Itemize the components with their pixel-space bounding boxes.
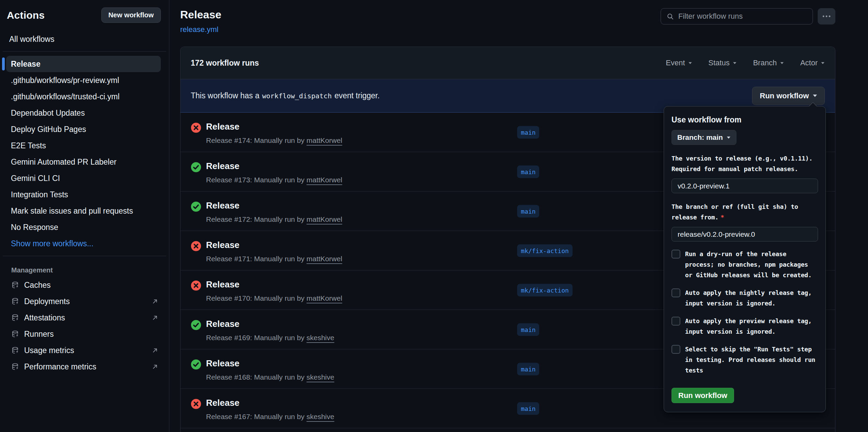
checkbox[interactable] — [671, 250, 680, 259]
divider — [3, 256, 166, 256]
run-actor-link[interactable]: mattKorwel — [307, 294, 342, 302]
checkbox[interactable] — [671, 345, 680, 354]
ref-input[interactable] — [671, 227, 818, 242]
external-link-icon — [151, 363, 159, 370]
management-section-label: Management — [0, 260, 169, 277]
workflow-list: Release .github/workflows/pr-review.yml … — [0, 56, 169, 252]
run-description: Release #169: Manually run byskeshive — [206, 334, 334, 342]
run-info: Release #172: Manually run by — [206, 215, 305, 223]
version-input[interactable] — [671, 179, 818, 193]
branch-badge[interactable]: main — [517, 205, 539, 217]
management-item-label: Runners — [24, 330, 54, 339]
filter-dropdown[interactable]: Status — [709, 59, 737, 67]
workflow-item-label: Gemini CLI CI — [11, 174, 60, 183]
new-workflow-button[interactable]: New workflow — [101, 7, 161, 23]
chevron-down-icon — [733, 62, 736, 64]
sidebar-workflow-item[interactable]: Dependabot Updates — [6, 105, 161, 121]
use-workflow-from-heading: Use workflow from — [671, 115, 818, 124]
checkbox[interactable] — [671, 317, 680, 326]
show-more-workflows-link[interactable]: Show more workflows... — [6, 235, 161, 252]
filter-dropdown[interactable]: Actor — [800, 59, 825, 67]
run-title-link[interactable]: Release — [206, 398, 334, 408]
branch-selector-button[interactable]: Branch: main — [671, 130, 736, 145]
run-actor-link[interactable]: skeshive — [307, 373, 335, 381]
workflow-options-kebab-button[interactable] — [818, 8, 835, 24]
management-item[interactable]: Caches — [0, 277, 169, 293]
run-title-link[interactable]: Release — [206, 161, 342, 171]
filter-dropdown-label: Event — [666, 59, 685, 67]
panel-checkbox-row: Select to skip the "Run Tests" step in t… — [671, 344, 818, 376]
management-item-label: Attestations — [24, 313, 65, 322]
branch-badge[interactable]: main — [517, 126, 539, 138]
filter-dropdown[interactable]: Event — [666, 59, 692, 67]
sidebar-workflow-item[interactable]: No Response — [6, 219, 161, 235]
chevron-down-icon — [780, 62, 784, 64]
run-info: Release #174: Manually run by — [206, 136, 305, 144]
filter-workflow-runs-input[interactable]: Filter workflow runs — [661, 8, 813, 24]
branch-selector-label: Branch: main — [677, 133, 723, 142]
filter-dropdown-label: Actor — [800, 59, 818, 67]
run-actor-link[interactable]: mattKorwel — [307, 255, 342, 263]
run-description: Release #171: Manually run bymattKorwel — [206, 255, 342, 263]
run-description: Release #168: Manually run byskeshive — [206, 373, 334, 381]
external-link-icon — [151, 298, 159, 305]
run-title-link[interactable]: Release — [206, 121, 342, 132]
run-title-link[interactable]: Release — [206, 358, 334, 369]
run-actor-link[interactable]: skeshive — [307, 334, 335, 342]
run-actor-link[interactable]: mattKorwel — [307, 136, 342, 144]
sidebar-workflow-item[interactable]: E2E Tests — [6, 137, 161, 154]
workflow-file-link[interactable]: release.yml — [180, 25, 218, 34]
run-actor-link[interactable]: mattKorwel — [307, 176, 342, 184]
management-item[interactable]: Runners — [0, 326, 169, 342]
chevron-down-icon — [813, 95, 817, 97]
divider — [3, 51, 166, 52]
workflow-item-label: No Response — [11, 223, 58, 232]
sidebar-item-all-workflows[interactable]: All workflows — [0, 31, 169, 47]
panel-checkbox-row: Auto apply the nightly release tag, inpu… — [671, 287, 818, 309]
server-icon — [11, 330, 19, 338]
sidebar-workflow-item[interactable]: Release — [6, 56, 161, 72]
run-description: Release #173: Manually run bymattKorwel — [206, 176, 342, 184]
sidebar-workflow-item[interactable]: .github/workflows/pr-review.yml — [6, 72, 161, 88]
run-info: Release #168: Manually run by — [206, 373, 305, 381]
run-description: Release #174: Manually run bymattKorwel — [206, 136, 342, 145]
chevron-down-icon — [821, 62, 824, 64]
branch-badge[interactable]: mk/fix-action — [517, 244, 573, 257]
checkbox[interactable] — [671, 288, 680, 297]
run-info: Release #171: Manually run by — [206, 255, 305, 263]
sidebar-workflow-item[interactable]: Mark stale issues and pull requests — [6, 203, 161, 219]
main-content: Release release.yml Filter workflow runs… — [169, 0, 868, 432]
run-workflow-submit-button[interactable]: Run workflow — [671, 388, 734, 403]
checkbox-label: Auto apply the preview release tag, inpu… — [685, 316, 818, 337]
run-description: Release #170: Manually run bymattKorwel — [206, 294, 342, 302]
sidebar-workflow-item[interactable]: Integration Tests — [6, 186, 161, 203]
workflow-item-label: Release — [11, 60, 40, 69]
ref-input-label: The branch or ref (full git sha) to rele… — [671, 201, 818, 222]
management-item[interactable]: Usage metrics — [0, 342, 169, 359]
sidebar-workflow-item[interactable]: .github/workflows/trusted-ci.yml — [6, 88, 161, 105]
run-title-link[interactable]: Release — [206, 200, 342, 211]
branch-badge[interactable]: main — [517, 323, 539, 336]
run-title-link[interactable]: Release — [206, 319, 334, 329]
branch-badge[interactable]: main — [517, 363, 539, 375]
version-input-label: The version to release (e.g., v0.1.11). … — [671, 153, 818, 174]
management-item[interactable]: Performance metrics — [0, 359, 169, 375]
sidebar-workflow-item[interactable]: Gemini CLI CI — [6, 170, 161, 186]
branch-badge[interactable]: mk/fix-action — [517, 284, 573, 296]
filter-dropdown[interactable]: Branch — [753, 59, 784, 67]
management-item[interactable]: Deployments — [0, 293, 169, 310]
sidebar-workflow-item[interactable]: Deploy GitHub Pages — [6, 121, 161, 137]
branch-badge[interactable]: main — [517, 402, 539, 415]
run-actor-link[interactable]: mattKorwel — [307, 215, 342, 223]
run-info: Release #170: Manually run by — [206, 294, 305, 302]
run-title-link[interactable]: Release — [206, 279, 342, 290]
filter-dropdown-label: Branch — [753, 59, 777, 67]
run-actor-link[interactable]: skeshive — [307, 413, 335, 420]
run-title-link[interactable]: Release — [206, 240, 342, 250]
management-item[interactable]: Attestations — [0, 310, 169, 326]
rocket-icon — [11, 297, 19, 305]
branch-badge[interactable]: main — [517, 165, 539, 178]
required-asterisk: * — [720, 214, 724, 221]
sidebar-workflow-item[interactable]: Gemini Automated PR Labeler — [6, 154, 161, 170]
runs-list-header: 172 workflow runs Event Status Branch — [181, 47, 835, 79]
